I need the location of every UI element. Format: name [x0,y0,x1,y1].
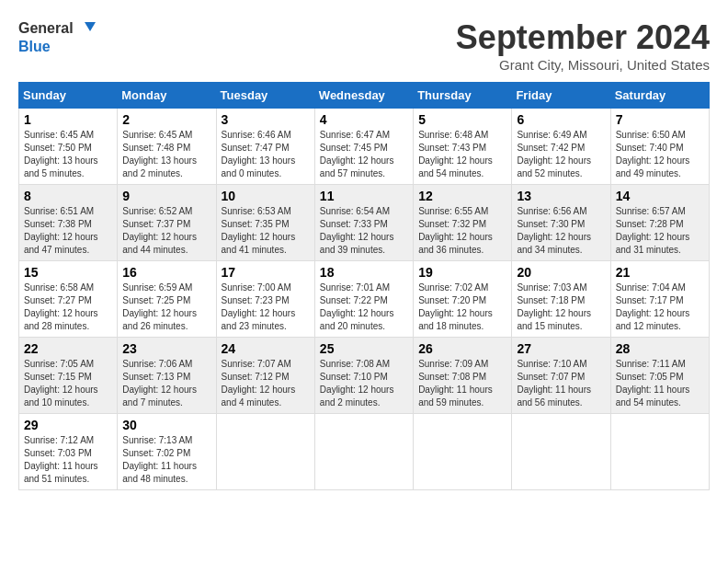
day-number: 20 [517,265,605,280]
day-info: Sunrise: 6:57 AM Sunset: 7:28 PM Dayligh… [616,205,704,257]
day-info: Sunrise: 6:51 AM Sunset: 7:38 PM Dayligh… [24,205,112,257]
page-title: September 2024 [456,18,710,57]
logo-blue: Blue [18,39,51,55]
day-number: 28 [616,341,704,356]
header-sunday: Sunday [19,83,118,109]
week-row-1: 1Sunrise: 6:45 AM Sunset: 7:50 PM Daylig… [19,109,710,185]
day-info: Sunrise: 6:53 AM Sunset: 7:35 PM Dayligh… [222,205,310,257]
day-cell: 3Sunrise: 6:46 AM Sunset: 7:47 PM Daylig… [216,109,314,185]
logo-bird-icon [75,18,96,39]
day-number: 19 [418,265,506,280]
day-cell [216,414,314,490]
day-number: 6 [517,112,605,127]
day-cell: 25Sunrise: 7:08 AM Sunset: 7:10 PM Dayli… [314,338,413,414]
calendar-table: SundayMondayTuesdayWednesdayThursdayFrid… [18,82,710,490]
day-info: Sunrise: 6:49 AM Sunset: 7:42 PM Dayligh… [517,129,605,180]
day-cell: 19Sunrise: 7:02 AM Sunset: 7:20 PM Dayli… [414,261,512,338]
day-info: Sunrise: 7:02 AM Sunset: 7:20 PM Dayligh… [418,282,506,333]
day-info: Sunrise: 6:47 AM Sunset: 7:45 PM Dayligh… [320,129,408,180]
day-number: 27 [517,341,605,356]
day-info: Sunrise: 6:45 AM Sunset: 7:50 PM Dayligh… [24,129,112,180]
day-number: 5 [418,112,506,127]
day-number: 22 [24,341,112,356]
week-row-2: 8Sunrise: 6:51 AM Sunset: 7:38 PM Daylig… [19,185,710,261]
header-row: SundayMondayTuesdayWednesdayThursdayFrid… [19,83,710,109]
day-cell: 9Sunrise: 6:52 AM Sunset: 7:37 PM Daylig… [118,185,216,261]
day-info: Sunrise: 7:11 AM Sunset: 7:05 PM Dayligh… [616,358,704,409]
day-cell: 20Sunrise: 7:03 AM Sunset: 7:18 PM Dayli… [512,261,610,338]
day-info: Sunrise: 6:46 AM Sunset: 7:47 PM Dayligh… [222,129,310,180]
day-cell: 10Sunrise: 6:53 AM Sunset: 7:35 PM Dayli… [216,185,314,261]
day-info: Sunrise: 7:04 AM Sunset: 7:17 PM Dayligh… [616,282,704,333]
week-row-5: 29Sunrise: 7:12 AM Sunset: 7:03 PM Dayli… [19,414,710,490]
day-cell: 14Sunrise: 6:57 AM Sunset: 7:28 PM Dayli… [610,185,709,261]
day-cell: 12Sunrise: 6:55 AM Sunset: 7:32 PM Dayli… [414,185,512,261]
day-number: 1 [24,112,112,127]
day-cell: 11Sunrise: 6:54 AM Sunset: 7:33 PM Dayli… [314,185,413,261]
day-cell: 1Sunrise: 6:45 AM Sunset: 7:50 PM Daylig… [19,109,118,185]
week-row-4: 22Sunrise: 7:05 AM Sunset: 7:15 PM Dayli… [19,338,710,414]
day-number: 24 [222,341,310,356]
day-info: Sunrise: 7:06 AM Sunset: 7:13 PM Dayligh… [122,358,210,409]
day-number: 30 [122,418,210,432]
day-cell: 8Sunrise: 6:51 AM Sunset: 7:38 PM Daylig… [19,185,118,261]
day-cell: 4Sunrise: 6:47 AM Sunset: 7:45 PM Daylig… [314,109,413,185]
day-cell: 26Sunrise: 7:09 AM Sunset: 7:08 PM Dayli… [414,338,512,414]
day-cell: 2Sunrise: 6:45 AM Sunset: 7:48 PM Daylig… [118,109,216,185]
day-cell: 30Sunrise: 7:13 AM Sunset: 7:02 PM Dayli… [118,414,216,490]
day-cell: 29Sunrise: 7:12 AM Sunset: 7:03 PM Dayli… [19,414,118,490]
day-number: 18 [320,265,408,280]
day-number: 26 [418,341,506,356]
day-cell: 18Sunrise: 7:01 AM Sunset: 7:22 PM Dayli… [314,261,413,338]
day-number: 14 [616,189,704,203]
day-number: 23 [122,341,210,356]
header-tuesday: Tuesday [216,83,314,109]
day-number: 29 [24,418,112,432]
day-cell [314,414,413,490]
day-cell: 5Sunrise: 6:48 AM Sunset: 7:43 PM Daylig… [414,109,512,185]
day-cell [610,414,709,490]
day-number: 12 [418,189,506,203]
day-number: 9 [122,189,210,203]
day-cell: 24Sunrise: 7:07 AM Sunset: 7:12 PM Dayli… [216,338,314,414]
day-number: 13 [517,189,605,203]
day-number: 11 [320,189,408,203]
day-info: Sunrise: 6:58 AM Sunset: 7:27 PM Dayligh… [24,282,112,333]
svg-marker-0 [85,22,96,31]
day-number: 2 [122,112,210,127]
logo: General Blue [18,18,96,55]
day-info: Sunrise: 7:08 AM Sunset: 7:10 PM Dayligh… [320,358,408,409]
day-cell: 16Sunrise: 6:59 AM Sunset: 7:25 PM Dayli… [118,261,216,338]
day-cell: 22Sunrise: 7:05 AM Sunset: 7:15 PM Dayli… [19,338,118,414]
day-info: Sunrise: 7:01 AM Sunset: 7:22 PM Dayligh… [320,282,408,333]
day-number: 16 [122,265,210,280]
day-number: 21 [616,265,704,280]
day-cell: 15Sunrise: 6:58 AM Sunset: 7:27 PM Dayli… [19,261,118,338]
day-info: Sunrise: 6:54 AM Sunset: 7:33 PM Dayligh… [320,205,408,257]
title-area: September 2024 Grant City, Missouri, Uni… [456,18,710,73]
day-info: Sunrise: 7:09 AM Sunset: 7:08 PM Dayligh… [418,358,506,409]
day-info: Sunrise: 7:03 AM Sunset: 7:18 PM Dayligh… [517,282,605,333]
header-saturday: Saturday [610,83,709,109]
day-number: 15 [24,265,112,280]
day-cell: 28Sunrise: 7:11 AM Sunset: 7:05 PM Dayli… [610,338,709,414]
day-cell [414,414,512,490]
day-cell: 6Sunrise: 6:49 AM Sunset: 7:42 PM Daylig… [512,109,610,185]
page-subtitle: Grant City, Missouri, United States [456,57,710,73]
day-number: 8 [24,189,112,203]
day-cell [512,414,610,490]
day-info: Sunrise: 6:55 AM Sunset: 7:32 PM Dayligh… [418,205,506,257]
day-number: 25 [320,341,408,356]
day-info: Sunrise: 6:48 AM Sunset: 7:43 PM Dayligh… [418,129,506,180]
day-number: 10 [222,189,310,203]
logo-general: General [18,20,74,37]
day-info: Sunrise: 7:10 AM Sunset: 7:07 PM Dayligh… [517,358,605,409]
day-info: Sunrise: 6:45 AM Sunset: 7:48 PM Dayligh… [122,129,210,180]
day-info: Sunrise: 7:13 AM Sunset: 7:02 PM Dayligh… [122,434,210,486]
day-number: 3 [222,112,310,127]
day-number: 17 [222,265,310,280]
day-info: Sunrise: 6:59 AM Sunset: 7:25 PM Dayligh… [122,282,210,333]
day-cell: 27Sunrise: 7:10 AM Sunset: 7:07 PM Dayli… [512,338,610,414]
day-cell: 23Sunrise: 7:06 AM Sunset: 7:13 PM Dayli… [118,338,216,414]
day-info: Sunrise: 7:07 AM Sunset: 7:12 PM Dayligh… [222,358,310,409]
